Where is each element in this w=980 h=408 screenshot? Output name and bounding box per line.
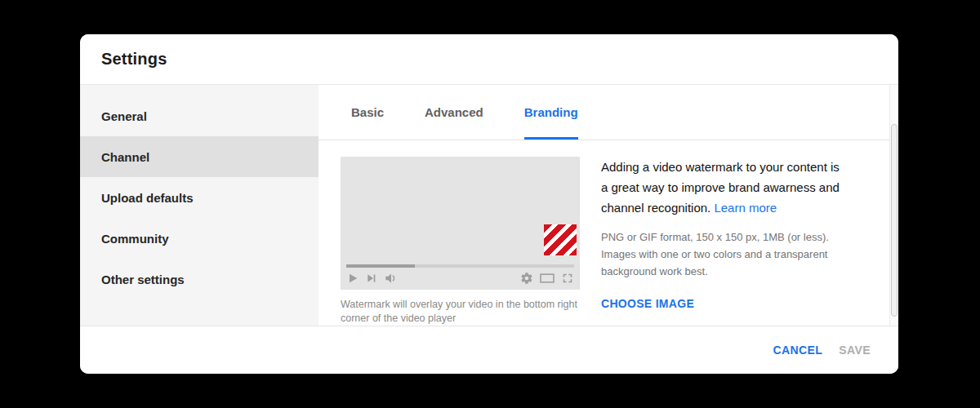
play-icon xyxy=(346,272,359,285)
settings-dialog: Settings General Channel Upload defaults… xyxy=(80,34,898,374)
dialog-footer: CANCEL SAVE xyxy=(80,326,898,374)
theater-mode-icon xyxy=(539,272,555,285)
branding-content: Watermark will overlay your video in the… xyxy=(318,140,898,326)
sidebar-item-upload-defaults[interactable]: Upload defaults xyxy=(80,177,318,218)
player-controls xyxy=(346,271,574,286)
scrollbar-thumb[interactable] xyxy=(891,124,898,317)
format-hint: PNG or GIF format, 150 x 150 px, 1MB (or… xyxy=(601,228,844,280)
save-button[interactable]: SAVE xyxy=(831,337,879,363)
video-player-preview xyxy=(341,157,580,290)
dialog-body: General Channel Upload defaults Communit… xyxy=(80,85,898,326)
player-controls-left xyxy=(346,271,399,286)
tab-bar: Basic Advanced Branding xyxy=(318,85,898,140)
learn-more-link[interactable]: Learn more xyxy=(714,201,777,215)
choose-image-button[interactable]: CHOOSE IMAGE xyxy=(601,297,694,310)
tab-advanced[interactable]: Advanced xyxy=(425,85,483,140)
watermark-description: Adding a video watermark to your content… xyxy=(601,157,846,218)
dialog-header: Settings xyxy=(80,34,898,85)
tab-basic[interactable]: Basic xyxy=(351,85,384,140)
sidebar-item-other-settings[interactable]: Other settings xyxy=(80,259,318,299)
sidebar-item-channel[interactable]: Channel xyxy=(80,136,318,177)
channel-settings-pane: Basic Advanced Branding xyxy=(318,85,898,326)
next-icon xyxy=(365,272,378,285)
watermark-info-column: Adding a video watermark to your content… xyxy=(601,157,846,326)
page-title: Settings xyxy=(101,50,167,69)
player-controls-right xyxy=(520,272,574,285)
volume-icon xyxy=(384,271,399,286)
tab-branding[interactable]: Branding xyxy=(524,85,578,140)
scrollbar[interactable] xyxy=(889,85,898,326)
player-progress-bar xyxy=(346,264,574,268)
watermark-preview xyxy=(544,224,577,255)
player-progress-played xyxy=(346,264,415,268)
watermark-caption: Watermark will overlay your video in the… xyxy=(341,298,580,326)
cancel-button[interactable]: CANCEL xyxy=(765,337,831,363)
settings-gear-icon xyxy=(520,272,533,285)
settings-sidebar: General Channel Upload defaults Communit… xyxy=(80,85,318,326)
watermark-preview-column: Watermark will overlay your video in the… xyxy=(341,157,580,326)
fullscreen-icon xyxy=(561,272,574,285)
sidebar-item-community[interactable]: Community xyxy=(80,218,318,259)
sidebar-item-general[interactable]: General xyxy=(80,95,318,136)
